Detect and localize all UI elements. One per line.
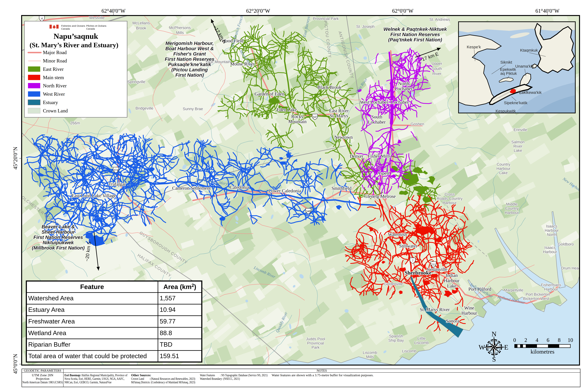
- svg-text:347: 347: [313, 115, 317, 119]
- svg-text:NRCan, Esri, GEBCO, Garmin, Na: NRCan, Esri, GEBCO, Garmin, NaturalVue: [64, 381, 111, 384]
- svg-text:Main stem: Main stem: [43, 75, 64, 80]
- svg-text:61°40'0"W: 61°40'0"W: [536, 8, 560, 14]
- svg-text:Rocky: Rocky: [291, 114, 303, 119]
- svg-text:NOTES: NOTES: [317, 369, 327, 372]
- svg-text:Siknikt: Siknikt: [500, 60, 512, 64]
- svg-text:59.77: 59.77: [160, 318, 175, 325]
- svg-text:Harbour: Harbour: [545, 228, 559, 233]
- svg-text:Total area of water that could: Total area of water that could be protec…: [28, 352, 147, 360]
- svg-text:East Loon Lake Village: East Loon Lake Village: [72, 193, 116, 198]
- svg-text:Welnek & Paqtnkek-Niktuek: Welnek & Paqtnkek-Niktuek: [383, 26, 447, 32]
- svg-text:Judds Pool: Judds Pool: [306, 337, 325, 341]
- svg-text:Westville: Westville: [89, 16, 104, 20]
- svg-text:GEODETIC PARAMETERS: GEODETIC PARAMETERS: [24, 369, 61, 372]
- svg-text:West Lochaber: West Lochaber: [360, 99, 388, 105]
- svg-text:Harbour: Harbour: [505, 211, 519, 215]
- svg-text:Middle: Middle: [506, 202, 517, 206]
- svg-text:Marpellville: Marpellville: [504, 288, 523, 292]
- svg-text:Harbour: Harbour: [496, 166, 510, 171]
- svg-text:Waternish: Waternish: [388, 232, 407, 237]
- svg-text:Watershed Area: Watershed Area: [28, 294, 74, 302]
- svg-text:Harbour: Harbour: [444, 278, 460, 283]
- svg-text:(Millbrook First Nation): (Millbrook First Nation): [32, 245, 85, 251]
- svg-text:Provincial Park: Provincial Park: [313, 17, 339, 21]
- svg-text:Isaacs: Isaacs: [546, 224, 557, 228]
- svg-text:Liscomb: Liscomb: [402, 349, 416, 353]
- svg-text:Goshen: Goshen: [411, 122, 424, 126]
- svg-text:Country: Country: [497, 162, 510, 167]
- svg-text:Pêches et Océans: Pêches et Océans: [86, 24, 106, 27]
- svg-text:Mountain: Mountain: [288, 119, 307, 124]
- svg-text:Sheet Harbour: Sheet Harbour: [42, 229, 75, 235]
- svg-text:1,557: 1,557: [160, 294, 175, 302]
- svg-text:Other Sources:: Other Sources:: [131, 373, 151, 377]
- svg-text:Fishermans: Fishermans: [541, 283, 561, 287]
- svg-text:Ship Bay: Ship Bay: [388, 338, 404, 342]
- svg-text:Cameron Settlement: Cameron Settlement: [172, 185, 211, 191]
- svg-text:Lower Caledonia: Lower Caledonia: [269, 188, 301, 194]
- svg-text:aq Piktuk: aq Piktuk: [500, 71, 517, 76]
- svg-text:First Nation): First Nation): [175, 72, 204, 78]
- svg-text:Indian: Indian: [446, 273, 458, 278]
- svg-text:Estuary Area: Estuary Area: [28, 306, 65, 313]
- svg-text:St. Joseph: St. Joseph: [356, 24, 375, 29]
- svg-text:Freshwater Area: Freshwater Area: [28, 318, 75, 325]
- svg-text:Harbour: Harbour: [442, 201, 457, 205]
- svg-text:Cross: Cross: [444, 192, 455, 196]
- svg-text:Lochaber: Lochaber: [368, 119, 386, 125]
- svg-text:Mills: Mills: [176, 30, 184, 35]
- svg-text:Water features are shown with: Water features are shown with a 3.75-met…: [272, 373, 373, 377]
- svg-text:Bickerton West: Bickerton West: [523, 296, 549, 301]
- svg-text:West River: West River: [43, 91, 65, 97]
- svg-text:Denver: Denver: [350, 153, 364, 159]
- svg-text:River: River: [432, 72, 441, 76]
- svg-text:Harbour: Harbour: [544, 287, 558, 291]
- svg-text:Harbour: Harbour: [543, 250, 557, 254]
- svg-text:St. Marys River: St. Marys River: [420, 307, 450, 312]
- svg-text:62°0'0"W: 62°0'0"W: [392, 8, 414, 14]
- svg-text:Lake: Lake: [514, 148, 522, 153]
- svg-text:Garden of Eden: Garden of Eden: [254, 91, 284, 97]
- svg-text:8: 8: [558, 337, 561, 343]
- svg-text:Sipekne'katik: Sipekne'katik: [504, 100, 527, 105]
- svg-text:88.8: 88.8: [160, 329, 172, 336]
- svg-text:N: N: [491, 330, 496, 338]
- svg-text:Wine: Wine: [464, 305, 474, 311]
- svg-text:Brook: Brook: [136, 26, 146, 30]
- svg-text:McLellans: McLellans: [132, 21, 150, 25]
- svg-text:Watershed Boundary: (NSECC, 20: Watershed Boundary: (NSECC, 2021): [200, 377, 240, 381]
- svg-text:374: 374: [114, 168, 118, 172]
- svg-text:(St. Mary’s River and Estuary): (St. Mary’s River and Estuary): [29, 41, 118, 49]
- svg-text:Spanish: Spanish: [389, 334, 403, 338]
- svg-text:Feature: Feature: [80, 283, 104, 291]
- svg-text:UTM Zone 20N: UTM Zone 20N: [32, 373, 53, 377]
- svg-text:Mills: Mills: [366, 355, 374, 359]
- svg-text:62°40'0"W: 62°40'0"W: [101, 8, 125, 14]
- svg-text:0: 0: [513, 337, 516, 343]
- svg-text:Minor Road: Minor Road: [43, 58, 67, 64]
- svg-text:Lochaber: Lochaber: [395, 86, 413, 91]
- svg-text:7: 7: [412, 259, 414, 263]
- svg-text:211: 211: [431, 263, 436, 266]
- svg-text:S: S: [492, 355, 496, 363]
- svg-text:45°20'0"N: 45°20'0"N: [12, 147, 18, 170]
- svg-text:River: River: [513, 144, 522, 148]
- svg-text:Liscomb: Liscomb: [414, 340, 429, 345]
- svg-text:Epekwitk: Epekwitk: [500, 67, 516, 72]
- svg-text:Isaacs: Isaacs: [544, 245, 556, 250]
- svg-text:(Paq'tnkek First Nation): (Paq'tnkek First Nation): [388, 37, 442, 43]
- svg-text:North: North: [398, 81, 409, 86]
- svg-text:4: 4: [536, 337, 538, 343]
- svg-text:St. Marys: St. Marys: [330, 113, 348, 118]
- svg-text:Kespukwitk: Kespukwitk: [495, 109, 516, 113]
- svg-text:Lake: Lake: [499, 170, 508, 175]
- svg-text:Niktuipukwek: Niktuipukwek: [43, 240, 74, 245]
- svg-text:E: E: [504, 343, 508, 351]
- svg-text:Unama'kik: Unama'kik: [515, 64, 534, 69]
- svg-text:Goldenville: Goldenville: [384, 282, 403, 286]
- svg-text:Smithfield: Smithfield: [332, 186, 351, 191]
- svg-text:Country: Country: [505, 206, 519, 211]
- svg-text:10.94: 10.94: [160, 306, 175, 313]
- svg-text:Mi'kmaq Districts: (Confederac: Mi'kmaq Districts: (Confederacy of Mainl…: [131, 381, 195, 384]
- svg-text:East River: East River: [43, 66, 64, 72]
